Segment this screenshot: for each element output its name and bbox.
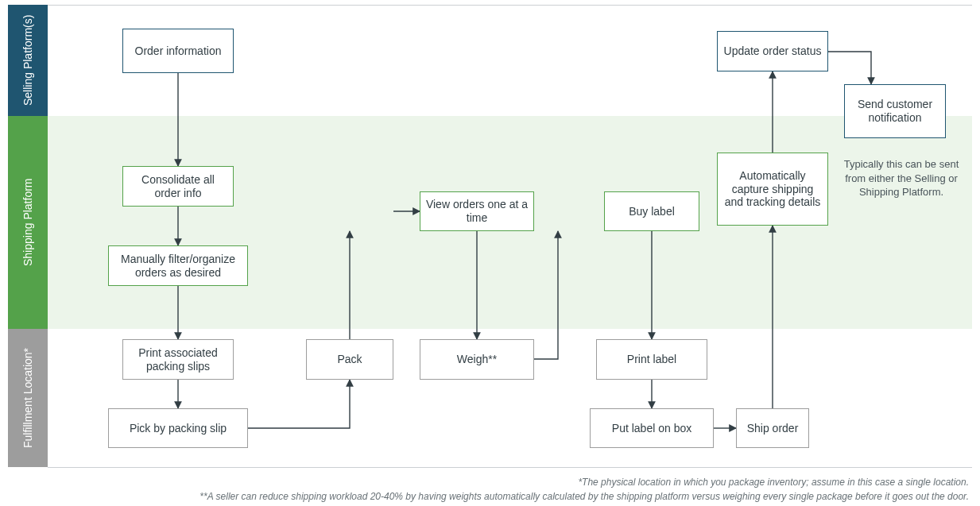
- footnote-1: *The physical location in which you pack…: [199, 475, 969, 489]
- node-consolidate: Consolidate all order info: [122, 166, 234, 207]
- note-notify: Typically this can be sent from either t…: [835, 157, 968, 199]
- node-order-info: Order information: [122, 29, 234, 73]
- top-divider: [8, 5, 972, 6]
- node-print-slips: Print associated packing slips: [122, 339, 234, 380]
- lane-labels: Selling Platform(s) Shipping Platform Fu…: [8, 5, 48, 467]
- node-weigh: Weigh**: [420, 339, 534, 380]
- flowchart-stage: Selling Platform(s) Shipping Platform Fu…: [0, 0, 980, 506]
- lane-label-fulfillment: Fulfillment Location*: [8, 329, 48, 467]
- node-put-label: Put label on box: [590, 408, 714, 448]
- node-notify: Send customer notification: [844, 84, 946, 138]
- node-print-label: Print label: [596, 339, 707, 380]
- node-pick: Pick by packing slip: [108, 408, 248, 448]
- node-ship: Ship order: [736, 408, 809, 448]
- node-update: Update order status: [717, 31, 828, 71]
- node-filter: Manually filter/organize orders as desir…: [108, 245, 248, 286]
- lane-label-shipping: Shipping Platform: [8, 116, 48, 329]
- footnote-2: **A seller can reduce shipping workload …: [199, 489, 969, 504]
- node-capture: Automatically capture shipping and track…: [717, 153, 828, 226]
- lane-label-selling: Selling Platform(s): [8, 5, 48, 116]
- node-buy-label: Buy label: [604, 191, 699, 231]
- footnotes: *The physical location in which you pack…: [199, 475, 969, 504]
- node-pack: Pack: [306, 339, 393, 380]
- node-view-orders: View orders one at a time: [420, 191, 534, 231]
- bottom-divider: [48, 467, 972, 468]
